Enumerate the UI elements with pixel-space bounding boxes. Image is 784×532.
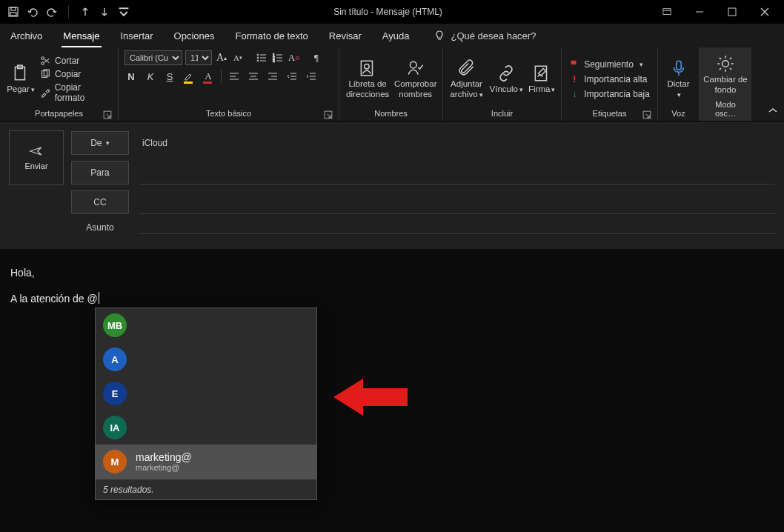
follow-up-button[interactable]: Seguimiento▾ <box>569 59 650 70</box>
check-names-button[interactable]: Comprobar nombres <box>394 59 436 99</box>
ribbon-display-options-icon[interactable] <box>651 0 683 24</box>
svg-rect-1 <box>11 7 16 10</box>
dictate-button[interactable]: Dictar▾ <box>662 59 695 99</box>
customize-qat-icon[interactable] <box>118 6 125 18</box>
body-line-1: Hola, <box>10 267 784 279</box>
paste-button[interactable]: Pegar▾ <box>6 64 36 94</box>
indent-icon[interactable] <box>305 70 318 83</box>
numbering-icon[interactable]: 123 <box>271 51 285 64</box>
suggestion-item[interactable]: IA <box>96 410 316 445</box>
font-name-select[interactable]: Calibri (Cu <box>124 50 182 65</box>
from-field[interactable]: iCloud <box>139 131 775 155</box>
low-importance-button[interactable]: ↓ Importancia baja <box>569 89 650 99</box>
window-title: Sin título - Mensaje (HTML) <box>125 7 651 17</box>
svg-point-20 <box>257 57 259 59</box>
cut-button[interactable]: Cortar <box>40 56 112 66</box>
menu-revisar[interactable]: Revisar <box>319 24 372 47</box>
signature-label: Firma <box>528 84 550 93</box>
suggestion-item[interactable]: MB <box>96 308 316 342</box>
bold-button[interactable]: N <box>124 70 138 83</box>
dialog-launcher-icon[interactable] <box>324 110 333 119</box>
group-modo: Cambiar de fondo Modo osc… <box>700 47 751 121</box>
to-field[interactable] <box>139 161 775 184</box>
attach-file-button[interactable]: Adjuntar archivo▾ <box>448 59 485 99</box>
link-label: Vínculo <box>490 84 518 93</box>
group-nombres: Libreta de direcciones Comprobar nombres… <box>339 47 443 121</box>
italic-button[interactable]: K <box>144 70 157 83</box>
svg-text:3: 3 <box>273 59 275 63</box>
ribbon: Pegar▾ Cortar Copiar Copiar formato Port… <box>0 47 784 122</box>
attach-file-label: Adjuntar archivo <box>450 79 482 98</box>
high-importance-button[interactable]: ! Importancia alta <box>569 74 650 84</box>
microphone-icon <box>669 59 688 78</box>
svg-point-14 <box>41 56 44 59</box>
cc-button[interactable]: CC <box>71 190 129 214</box>
highlight-icon[interactable] <box>182 70 196 83</box>
lightbulb-icon <box>433 30 445 41</box>
brush-icon <box>40 87 50 98</box>
pilcrow-icon[interactable]: ¶ <box>310 51 323 64</box>
cc-field[interactable] <box>139 190 775 214</box>
sun-icon <box>716 54 735 73</box>
clear-formatting-icon[interactable]: A⊘ <box>288 51 301 64</box>
copy-button[interactable]: Copiar <box>40 69 112 79</box>
link-button[interactable]: Vínculo▾ <box>490 64 522 94</box>
underline-button[interactable]: S <box>163 70 176 83</box>
suggestion-item[interactable]: E <box>96 376 316 410</box>
align-center-icon[interactable] <box>247 70 260 83</box>
maximize-button[interactable] <box>716 0 748 24</box>
compose-header: Enviar De ▾ iCloud Para CC Asunto <box>0 122 784 249</box>
address-book-icon <box>358 59 377 78</box>
svg-point-13 <box>41 61 44 64</box>
menu-mensaje[interactable]: Mensaje <box>53 24 110 47</box>
close-button[interactable] <box>748 0 781 24</box>
font-color-icon[interactable]: A <box>202 70 215 83</box>
check-names-label: Comprobar nombres <box>394 79 437 99</box>
annotation-arrow-icon <box>333 375 415 422</box>
undo-icon[interactable] <box>27 6 39 18</box>
align-left-icon[interactable] <box>227 70 241 83</box>
from-button[interactable]: De ▾ <box>71 131 129 155</box>
follow-up-label: Seguimiento <box>584 59 634 70</box>
shrink-font-icon[interactable]: A▾ <box>231 51 245 64</box>
send-button[interactable]: Enviar <box>9 130 64 185</box>
minimize-button[interactable] <box>683 0 716 24</box>
menu-ayuda[interactable]: Ayuda <box>372 24 420 47</box>
align-right-icon[interactable] <box>266 70 279 83</box>
menu-formato[interactable]: Formato de texto <box>225 24 319 47</box>
format-painter-button[interactable]: Copiar formato <box>40 82 112 103</box>
dictate-label: Dictar <box>667 79 689 88</box>
suggestion-item[interactable]: A <box>96 342 316 376</box>
menu-opciones[interactable]: Opciones <box>164 24 225 47</box>
svg-point-52 <box>722 61 729 67</box>
menu-archivo[interactable]: Archivo <box>0 24 53 47</box>
dialog-launcher-icon[interactable] <box>103 110 112 119</box>
save-icon[interactable] <box>7 6 19 18</box>
svg-point-18 <box>257 54 259 56</box>
font-size-select[interactable]: 11 <box>185 50 212 65</box>
cut-label: Cortar <box>55 56 79 66</box>
high-importance-label: Importancia alta <box>584 74 647 84</box>
grow-font-icon[interactable]: A▴ <box>215 51 228 64</box>
send-label: Enviar <box>24 162 47 170</box>
outdent-icon[interactable] <box>285 70 299 83</box>
signature-button[interactable]: Firma▾ <box>527 64 557 94</box>
bullets-icon[interactable] <box>255 51 268 64</box>
avatar: M <box>103 450 127 473</box>
tell-me[interactable]: ¿Qué desea hacer? <box>433 30 536 41</box>
group-texto-basico: Calibri (Cu 11 A▴ A▾ 123 A⊘ ¶ N K S A <box>119 47 339 121</box>
redo-icon[interactable] <box>46 6 58 18</box>
collapse-ribbon-icon[interactable] <box>768 105 778 116</box>
paperclip-icon <box>457 59 476 78</box>
address-book-button[interactable]: Libreta de direcciones <box>345 59 390 99</box>
to-button[interactable]: Para <box>71 161 129 184</box>
down-arrow-icon[interactable] <box>99 6 110 18</box>
up-arrow-icon[interactable] <box>79 6 91 18</box>
format-painter-label: Copiar formato <box>55 82 112 103</box>
subject-field[interactable] <box>139 219 775 234</box>
suggestion-item[interactable]: Mmarketing@marketing@ <box>96 445 316 479</box>
from-label: De <box>90 138 102 148</box>
toggle-dark-mode-button[interactable]: Cambiar de fondo <box>703 54 748 94</box>
dialog-launcher-icon[interactable] <box>642 110 651 119</box>
menu-insertar[interactable]: Insertar <box>110 24 164 47</box>
